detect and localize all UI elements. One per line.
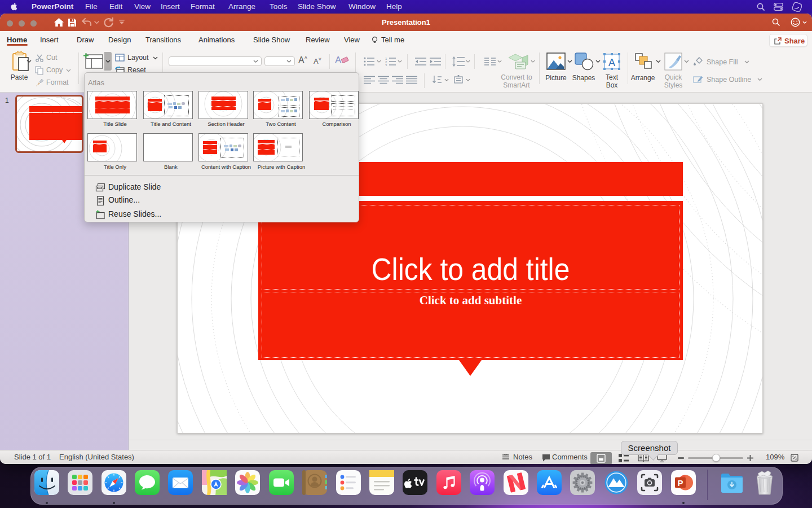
svg-text:A: A <box>608 57 615 68</box>
svg-text:A: A <box>335 55 342 65</box>
svg-text:3: 3 <box>385 64 387 67</box>
svg-text:P: P <box>678 478 683 488</box>
